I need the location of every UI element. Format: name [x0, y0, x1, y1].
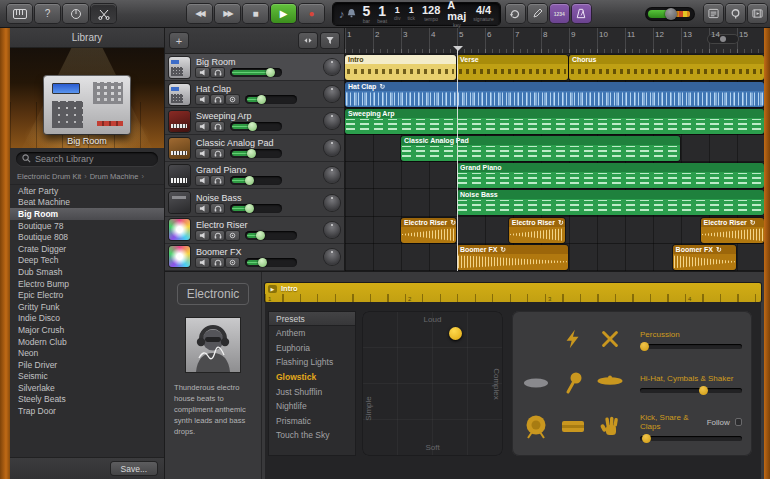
solo-button[interactable] [211, 122, 224, 131]
region-sweeping-arp[interactable]: Sweeping Arp [345, 109, 764, 134]
draw-button[interactable] [528, 4, 547, 23]
solo-button[interactable] [211, 95, 224, 104]
solo-button[interactable] [211, 176, 224, 185]
drummer-genre-button[interactable]: Electronic [177, 283, 250, 305]
library-item[interactable]: Electro Bump [10, 278, 164, 290]
track-volume-slider[interactable] [245, 231, 297, 240]
track-header[interactable]: Classic Analog Pad [165, 135, 344, 162]
track-header[interactable]: Hat Clap [165, 81, 344, 108]
track-volume-slider[interactable] [245, 258, 297, 267]
instrument-amount-slider[interactable] [640, 344, 742, 349]
pan-knob[interactable] [324, 222, 340, 238]
library-item[interactable]: Beat Machine [10, 197, 164, 209]
track-header[interactable]: Big Room [165, 54, 344, 81]
preset-item[interactable]: Touch the Sky [269, 428, 355, 443]
drumsticks-icon[interactable] [596, 328, 624, 350]
lcd-field-bar[interactable]: 5bar [363, 4, 371, 24]
snare-icon[interactable] [559, 417, 587, 437]
track-volume-slider[interactable] [230, 149, 282, 158]
breadcrumb-item[interactable]: Drum Machine [90, 172, 139, 181]
loop-browser-button[interactable] [726, 4, 745, 23]
lcd-field-signature[interactable]: 4/4signature [473, 5, 494, 22]
region-electro-riser[interactable]: Electro Riser↻ [701, 218, 764, 243]
save-button[interactable]: Save... [111, 462, 157, 475]
mute-button[interactable] [196, 122, 209, 131]
region-intro[interactable]: Intro [345, 55, 456, 80]
smart-controls-button[interactable] [63, 4, 88, 23]
region-chorus[interactable]: Chorus [569, 55, 764, 80]
preset-item[interactable]: Prismatic [269, 414, 355, 429]
playhead[interactable] [457, 46, 458, 271]
region-hat-clap[interactable]: Hat Clap↻ [345, 82, 764, 107]
media-browser-button[interactable] [748, 4, 767, 23]
solo-button[interactable] [211, 149, 224, 158]
rewind-button[interactable]: ◀◀ [187, 4, 212, 23]
timeline-ruler[interactable]: 123456789101112131415 [345, 28, 764, 54]
solo-button[interactable] [211, 204, 224, 213]
solo-button[interactable] [211, 258, 224, 267]
library-button[interactable] [7, 4, 32, 23]
search-input[interactable]: Search Library [16, 152, 158, 166]
instrument-amount-slider[interactable] [640, 388, 742, 393]
library-item[interactable]: Neon [10, 347, 164, 359]
library-item[interactable]: Steely Beats [10, 394, 164, 406]
preset-item[interactable]: Flashing Lights [269, 355, 355, 370]
play-button[interactable]: ▶ [271, 4, 296, 23]
library-item[interactable]: Big Room [10, 208, 164, 220]
forward-button[interactable]: ▶▶ [215, 4, 240, 23]
pan-knob[interactable] [324, 249, 340, 265]
stop-button[interactable]: ■ [243, 4, 268, 23]
editor-play-icon[interactable]: ▶ [268, 285, 277, 293]
drummer-xy-pad[interactable]: Loud Soft Simple Complex [362, 311, 503, 456]
track-volume-slider[interactable] [230, 176, 282, 185]
region-verse[interactable]: Verse [457, 55, 568, 80]
library-item[interactable]: After Party [10, 185, 164, 197]
track-header[interactable]: Boomer FX [165, 244, 344, 271]
track-volume-slider[interactable] [230, 122, 282, 131]
catch-playhead-button[interactable] [299, 33, 317, 48]
region-classic-analog-pad[interactable]: Classic Analog Pad [401, 136, 680, 161]
preset-item[interactable]: Nightlife [269, 399, 355, 414]
lcd-field-tick[interactable]: 1tick [407, 6, 415, 21]
editors-button[interactable] [91, 4, 116, 23]
track-header[interactable]: Sweeping Arp [165, 108, 344, 135]
follow-checkbox[interactable] [735, 418, 742, 426]
input-monitor-button[interactable] [226, 95, 239, 104]
pan-knob[interactable] [324, 195, 340, 211]
lightning-icon[interactable] [559, 328, 587, 350]
track-volume-slider[interactable] [245, 95, 297, 104]
pan-knob[interactable] [324, 59, 340, 75]
lcd-mode-icons[interactable]: ♪ [339, 8, 356, 20]
library-item[interactable]: Epic Electro [10, 289, 164, 301]
preset-item[interactable]: Just Shufflin [269, 384, 355, 399]
mute-button[interactable] [196, 149, 209, 158]
pan-knob[interactable] [324, 113, 340, 129]
breadcrumb-item[interactable]: Electronic Drum Kit [17, 172, 81, 181]
library-item[interactable]: Silverlake [10, 382, 164, 394]
preset-item[interactable]: Glowstick [269, 370, 355, 385]
track-header[interactable]: Grand Piano [165, 162, 344, 189]
lcd-field-div[interactable]: 1div [394, 6, 400, 21]
input-monitor-button[interactable] [226, 258, 239, 267]
lcd-field-key[interactable]: A majkey [447, 0, 466, 28]
solo-button[interactable] [211, 231, 224, 240]
region-noise-bass[interactable]: Noise Bass [457, 190, 764, 215]
kick-icon[interactable] [522, 414, 550, 440]
library-item[interactable]: Trap Door [10, 405, 164, 417]
library-item[interactable]: Seismic [10, 371, 164, 383]
track-filter-button[interactable] [321, 33, 339, 48]
shaker-icon[interactable] [559, 371, 587, 395]
pan-knob[interactable] [324, 86, 340, 102]
pan-knob[interactable] [324, 140, 340, 156]
mute-button[interactable] [196, 68, 209, 77]
hihat-icon[interactable] [522, 374, 550, 392]
lcd-field-beat[interactable]: 1beat [377, 4, 387, 24]
editor-region-bar[interactable]: ▶ Intro 1234 [265, 283, 761, 302]
solo-button[interactable] [211, 68, 224, 77]
library-item[interactable]: Dub Smash [10, 266, 164, 278]
quick-help-button[interactable]: ? [35, 4, 60, 23]
count-in-button[interactable]: 1234 [550, 4, 569, 23]
library-item[interactable]: Modern Club [10, 336, 164, 348]
breadcrumb[interactable]: Electronic Drum Kit›Drum Machine› [10, 170, 164, 185]
library-item[interactable]: Boutique 808 [10, 231, 164, 243]
